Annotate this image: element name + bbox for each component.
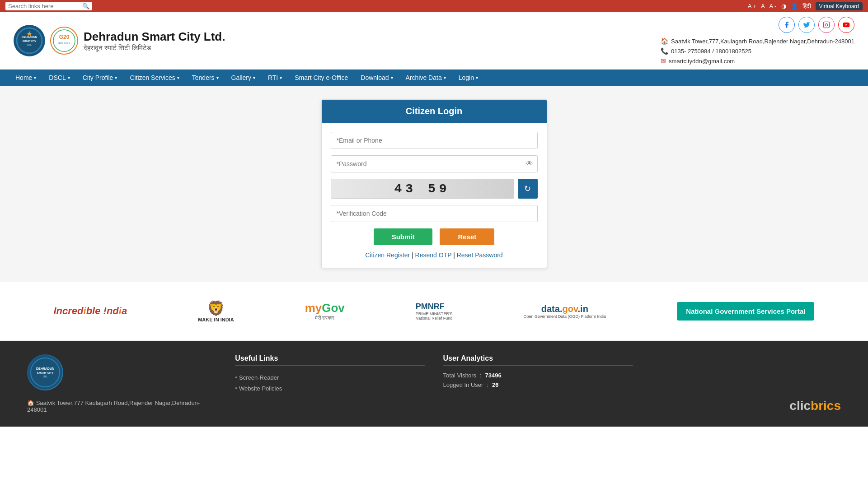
nav-city-profile[interactable]: City Profile▾ (76, 70, 124, 86)
phone-icon: 📞 (661, 47, 668, 55)
login-card-body: 👁 43 59 ↻ Submit Reset Citizen Register … (322, 123, 547, 268)
hindi-language-btn[interactable]: हिंदी (802, 3, 811, 10)
nav-citizen-services[interactable]: Citizen Services▾ (123, 70, 185, 86)
login-links: Citizen Register | Resend OTP | Reset Pa… (331, 251, 538, 259)
submit-button[interactable]: Submit (374, 228, 433, 245)
logo-area: DEHRADUN SMART CITY LTD. G20 भारत 2023 D… (14, 25, 225, 56)
resend-otp-link[interactable]: Resend OTP (415, 251, 452, 259)
nav-dscl[interactable]: DSCL▾ (42, 70, 76, 86)
svg-rect-10 (823, 22, 829, 28)
contrast-toggle[interactable]: ◑ (781, 3, 786, 9)
citizen-login-card: Citizen Login 👁 43 59 ↻ Submit Reset Cit… (321, 99, 547, 268)
show-password-icon[interactable]: 👁 (526, 160, 533, 168)
total-visitors-row: Total Visitors : 73496 (443, 372, 633, 379)
org-name-hindi: देहरादून स्मार्ट सिटी लिमिटेड (84, 44, 225, 52)
svg-text:DEHRADUN: DEHRADUN (22, 36, 37, 38)
verification-code-input[interactable] (331, 205, 538, 222)
email-phone-input[interactable] (331, 132, 538, 149)
nav-login[interactable]: Login▾ (452, 70, 484, 86)
ngsp-logo: National Government Services Portal (677, 295, 814, 327)
search-icon[interactable]: 🔍 (82, 3, 89, 9)
nav-tenders[interactable]: Tenders▾ (186, 70, 225, 86)
virtual-keyboard-btn[interactable]: Virtual Keyboard (816, 2, 863, 10)
citizen-register-link[interactable]: Citizen Register (365, 251, 410, 259)
main-content-area: Citizen Login 👁 43 59 ↻ Submit Reset Cit… (0, 86, 868, 282)
g20-logo: G20 भारत 2023 (50, 26, 79, 56)
svg-text:DEHRADUN: DEHRADUN (36, 367, 54, 370)
website-policies-link[interactable]: Website Policies (239, 385, 282, 392)
instagram-icon[interactable] (818, 17, 835, 33)
incredible-india-logo: Incredible !ndia (54, 295, 127, 327)
logged-in-label: Logged In User (443, 381, 483, 388)
nav-download[interactable]: Download▾ (354, 70, 399, 86)
home-icon: 🏠 (661, 37, 668, 45)
separator-1: | (412, 251, 415, 259)
nav-smart-city-eoffice[interactable]: Smart City e-Office (288, 70, 354, 86)
nav-gallery[interactable]: Gallery▾ (225, 70, 262, 86)
captcha-row: 43 59 ↻ (331, 179, 538, 199)
useful-links-heading: Useful Links (235, 354, 425, 366)
svg-text:LTD.: LTD. (27, 44, 32, 46)
svg-point-7 (53, 30, 75, 51)
font-normal-btn[interactable]: A (761, 3, 765, 9)
screen-reader-link[interactable]: Screen-Reader (239, 374, 279, 381)
svg-text:भारत 2023: भारत 2023 (58, 42, 70, 45)
email-row: ✉ smartcityddn@gmail.com (661, 57, 854, 65)
top-accessibility-bar: 🔍 A + A A - ◑ 👤 हिंदी Virtual Keyboard (0, 0, 868, 12)
reset-password-link[interactable]: Reset Password (457, 251, 503, 259)
search-input[interactable] (8, 3, 80, 9)
form-buttons: Submit Reset (331, 228, 538, 245)
font-larger-btn[interactable]: A + (748, 3, 756, 9)
logged-in-value: 26 (492, 381, 498, 388)
phone-row: 📞 0135- 2750984 / 18001802525 (661, 47, 854, 55)
clicbrics-brand: clicbrics (789, 399, 841, 413)
svg-text:LTD.: LTD. (43, 375, 48, 378)
font-smaller-btn[interactable]: A - (769, 3, 777, 9)
social-icons-group (779, 17, 854, 33)
nav-archive-data[interactable]: Archive Data▾ (399, 70, 452, 86)
mygov-logo: myGov मेरी सरकार (305, 295, 345, 327)
partners-logos: Incredible !ndia 🦁 MAKE IN INDIA myGov म… (0, 282, 868, 341)
svg-text:G20: G20 (59, 34, 70, 40)
useful-links-list: Screen-Reader Website Policies (235, 372, 425, 394)
top-bar-left: 🔍 (5, 2, 92, 10)
svg-point-6 (51, 27, 78, 54)
footer-analytics-col: User Analytics Total Visitors : 73496 Lo… (443, 354, 633, 413)
search-box[interactable]: 🔍 (5, 2, 92, 10)
profile-icon[interactable]: 👤 (791, 3, 798, 9)
phone-text: 0135- 2750984 / 18001802525 (671, 48, 751, 55)
footer-org-col: DEHRADUN SMART CITY LTD. 🏠 Saatvik Tower… (27, 354, 217, 413)
footer-logo: DEHRADUN SMART CITY LTD. (27, 354, 63, 390)
nav-rti[interactable]: RTI▾ (262, 70, 288, 86)
email-text: smartcityddn@gmail.com (669, 58, 735, 65)
password-input[interactable] (331, 155, 538, 172)
nav-home[interactable]: Home▾ (9, 70, 42, 86)
login-card-header: Citizen Login (322, 100, 547, 123)
twitter-icon[interactable] (798, 17, 815, 33)
password-wrapper: 👁 (331, 155, 538, 172)
footer-address: 🏠 Saatvik Tower,777 Kaulagarh Road,Rajen… (27, 400, 217, 413)
address-row: 🏠 Saatvik Tower,777,Kaulagarh Road,Rajen… (661, 37, 854, 45)
top-bar-right: A + A A - ◑ 👤 हिंदी Virtual Keyboard (748, 2, 863, 10)
main-navbar: Home▾ DSCL▾ City Profile▾ Citizen Servic… (0, 70, 868, 86)
captcha-image: 43 59 (331, 179, 514, 199)
facebook-icon[interactable] (779, 17, 795, 33)
site-footer: DEHRADUN SMART CITY LTD. 🏠 Saatvik Tower… (0, 341, 868, 427)
reset-button[interactable]: Reset (440, 228, 494, 245)
captcha-refresh-btn[interactable]: ↻ (518, 179, 538, 199)
footer-useful-links-col: Useful Links Screen-Reader Website Polic… (235, 354, 425, 413)
login-title: Citizen Login (406, 106, 463, 116)
pmnrf-logo: PMNRF PRIME MINISTER'SNational Relief Fu… (416, 295, 453, 327)
datagov-logo: data.gov.in Open Government Data (OGD) P… (524, 295, 606, 327)
dehradun-logo: DEHRADUN SMART CITY LTD. (14, 25, 45, 56)
logged-in-sep: : (487, 381, 488, 388)
address-text: Saatvik Tower,777,Kaulagarh Road,Rajende… (671, 38, 854, 45)
site-header: DEHRADUN SMART CITY LTD. G20 भारत 2023 D… (0, 12, 868, 70)
footer-link-screen-reader: Screen-Reader (235, 372, 425, 383)
contact-info: 🏠 Saatvik Tower,777,Kaulagarh Road,Rajen… (661, 37, 854, 65)
youtube-icon[interactable] (838, 17, 854, 33)
svg-text:SMART CITY: SMART CITY (37, 372, 54, 374)
user-analytics-heading: User Analytics (443, 354, 633, 366)
separator-2: | (453, 251, 457, 259)
email-icon: ✉ (661, 57, 666, 65)
